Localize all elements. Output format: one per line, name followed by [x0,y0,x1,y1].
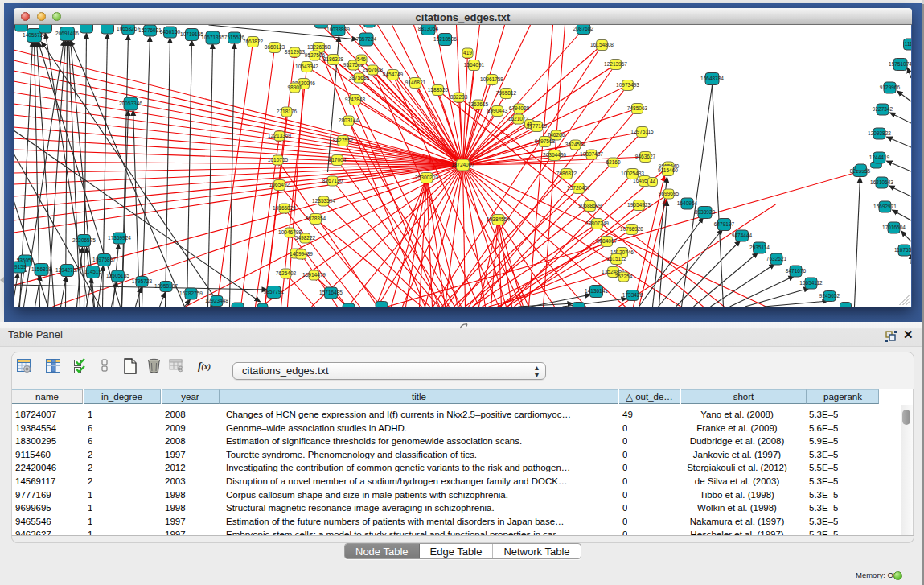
svg-text:12353594: 12353594 [312,198,335,204]
svg-text:8186328: 8186328 [323,56,344,62]
svg-text:19654923: 19654923 [627,202,651,208]
svg-text:12505135: 12505135 [106,273,129,278]
svg-text:7515526: 7515526 [224,35,245,40]
svg-text:2935114: 2935114 [749,245,770,250]
svg-text:10975867: 10975867 [92,257,116,262]
svg-text:9227342: 9227342 [873,106,893,112]
svg-text:10025433: 10025433 [621,171,644,176]
svg-text:9857791: 9857791 [264,289,285,295]
svg-text:6479197: 6479197 [714,221,735,227]
svg-text:546: 546 [357,56,366,62]
svg-text:746266: 746266 [548,132,565,138]
svg-text:8813054: 8813054 [418,26,439,31]
svg-text:3875685: 3875685 [349,75,370,80]
svg-text:17016504: 17016504 [882,225,906,230]
svg-text:18807249: 18807249 [585,220,609,226]
svg-text:1733426: 1733426 [622,292,643,298]
svg-text:10653267: 10653267 [117,26,140,31]
svg-text:10543342: 10543342 [295,64,318,69]
svg-text:1362615: 1362615 [468,101,489,107]
svg-text:2803144: 2803144 [339,117,359,123]
svg-text:2087682: 2087682 [573,26,594,31]
svg-text:9474444: 9474444 [732,233,753,238]
svg-text:9115460: 9115460 [658,167,678,173]
svg-text:1588520: 1588520 [428,87,449,93]
svg-text:18724007: 18724007 [451,162,474,167]
svg-text:9527506: 9527506 [305,52,326,58]
svg-text:832203: 832203 [450,94,468,100]
svg-text:10958107: 10958107 [154,283,178,289]
svg-text:8660123: 8660123 [265,44,285,50]
svg-text:6794028: 6794028 [509,105,530,111]
svg-text:419: 419 [463,50,472,56]
svg-text:10719155: 10719155 [180,31,203,37]
svg-text:6497568: 6497568 [535,138,556,144]
svg-text:20691406: 20691406 [55,31,79,36]
svg-text:14136141: 14136141 [585,288,608,294]
svg-text:20206575: 20206575 [72,237,96,243]
svg-text:9777169: 9777169 [527,123,548,129]
svg-text:19218506: 19218506 [433,36,457,42]
svg-text:10807487: 10807487 [580,151,603,157]
svg-text:1640954: 1640954 [677,200,698,206]
svg-text:39159: 39159 [14,264,27,270]
svg-text:10654112: 10654112 [799,280,823,286]
svg-text:9146821: 9146821 [405,80,426,85]
svg-text:12942737: 12942737 [55,267,79,273]
svg-text:9242848: 9242848 [345,97,366,102]
svg-text:1564091: 1564091 [464,62,485,68]
svg-text:16210643: 16210643 [870,179,893,185]
svg-text:2967608: 2967608 [363,67,384,72]
svg-text:16033809: 16033809 [326,27,350,32]
svg-text:19166829: 19166829 [273,205,296,211]
svg-text:1615112: 1615112 [606,256,626,262]
svg-text:7986322: 7986322 [556,171,577,176]
svg-text:8990443: 8990443 [487,108,508,113]
svg-text:9245652: 9245652 [819,293,840,299]
svg-text:14099489: 14099489 [290,251,313,257]
svg-text:8454749: 8454749 [383,72,404,77]
svg-text:16648784: 16648784 [700,76,724,81]
svg-text:15716485: 15716485 [319,290,343,295]
svg-text:10046798: 10046798 [278,229,302,235]
svg-text:7955812: 7955812 [496,90,517,96]
svg-text:7632621: 7632621 [766,256,787,262]
svg-text:817004: 817004 [329,157,347,163]
svg-text:8912953: 8912953 [285,49,306,55]
svg-text:17359924: 17359924 [108,235,131,241]
svg-text:3624554: 3624554 [565,142,586,147]
svg-text:20053346: 20053346 [119,101,142,106]
svg-text:12093822: 12093822 [868,130,891,136]
svg-text:15720407: 15720407 [567,185,590,191]
svg-text:16782759: 16782759 [179,290,203,296]
svg-text:10688609: 10688609 [578,203,602,208]
svg-text:6466160: 6466160 [160,29,181,35]
svg-text:1244419: 1244419 [869,154,890,160]
svg-text:12923448: 12923448 [205,298,228,303]
svg-text:9699695: 9699695 [659,191,680,196]
svg-text:7625402: 7625402 [276,270,297,276]
svg-text:15692971: 15692971 [873,204,897,209]
svg-text:1065492: 1065492 [269,182,290,187]
svg-text:15276021: 15276021 [138,27,162,33]
svg-text:7663822: 7663822 [243,39,264,44]
svg-text:13226058: 13226058 [307,44,331,50]
svg-text:15751074: 15751074 [889,61,911,67]
svg-text:12213369: 12213369 [268,133,291,138]
svg-text:8878354: 8878354 [306,216,326,221]
svg-text:10671355: 10671355 [201,35,224,40]
svg-text:114519: 114519 [84,269,102,274]
svg-text:16154808: 16154808 [590,42,614,47]
svg-text:2718176: 2718176 [277,109,298,114]
svg-text:1010755: 1010755 [268,157,289,163]
svg-text:1156819: 1156819 [31,266,51,272]
svg-text:9463627: 9463627 [635,154,656,159]
svg-text:16914479: 16914479 [302,272,326,278]
svg-text:25300203: 25300203 [415,175,438,180]
svg-text:7357224: 7357224 [356,36,377,42]
svg-text:252254: 252254 [615,274,633,279]
svg-text:20364436: 20364436 [543,152,566,158]
svg-text:5498222: 5498222 [295,235,316,241]
svg-text:12975115: 12975115 [630,129,654,134]
svg-text:8938923: 8938923 [695,209,716,215]
